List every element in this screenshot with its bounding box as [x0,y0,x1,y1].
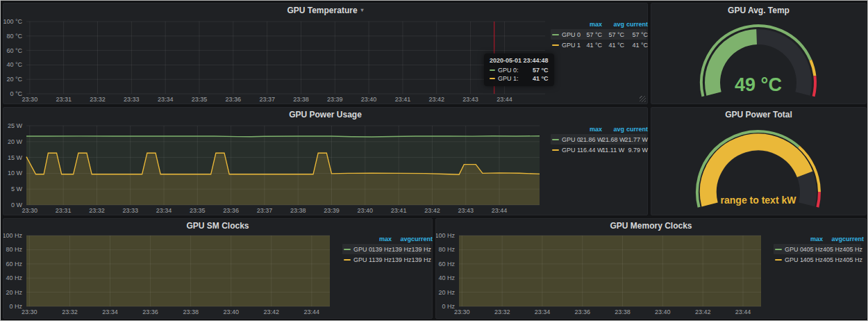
legend-header-current[interactable]: current [624,126,648,133]
y-axis-tick-label: 20 °C [6,76,22,83]
x-axis-tick-label: 23:43 [462,96,478,103]
legend-value: 41 °C [624,42,648,49]
x-axis-tick-label: 23:36 [223,207,239,214]
legend-header-avg[interactable]: avg [602,126,624,133]
legend-value: 139 Hz [411,256,431,263]
series-color-dash-icon [552,44,559,46]
x-axis-tick-label: 23:41 [391,207,407,214]
panel-title-gpu-avg-temp[interactable]: GPU Avg. Temp [651,3,866,17]
legend-header-current[interactable]: current [624,21,648,28]
legend-series-name: GPU 0 [785,246,803,253]
y-axis-tick-label: 0 Hz [9,303,22,310]
legend-row-gpu-1: GPU 141 °C41 °C41 °C [551,40,646,50]
gauge-threshold-1 [810,60,815,76]
chart-tooltip: 2020-05-01 23:44:48 GPU 0:57 °CGPU 1:41 … [484,54,554,86]
legend-series-toggle[interactable]: GPU 1 [552,42,580,49]
legend-series-name: GPU 0 [562,136,581,143]
panel-title-gpu-power-usage[interactable]: GPU Power Usage [3,108,647,122]
series-fill-GPU 1 [459,236,761,306]
panel-title-gpu-memory-clocks[interactable]: GPU Memory Clocks [436,219,866,233]
series-color-dash-icon [775,249,782,250]
gauge-canvas: 49 °C [651,3,866,104]
y-axis-tick-label: 60 Hz [438,261,455,268]
x-axis-tick-label: 23:33 [124,96,140,103]
gpu-power-usage-legend: maxavgcurrentGPU 021.86 W21.68 W21.77 WG… [551,124,646,155]
y-axis-tick-label: 60 Hz [6,261,22,268]
legend-header-max[interactable]: max [372,236,392,242]
y-axis-tick-label: 80 °C [6,33,22,40]
legend-value: 9.79 W [624,147,648,154]
gpu-power-total-gauge: range to text kW [651,108,866,215]
series-color-dash-icon [775,259,782,261]
legend-series-name: GPU 0 [562,31,581,38]
x-axis-tick-label: 23:44 [492,207,508,214]
x-axis-tick-label: 23:40 [358,207,374,214]
legend-value: 405 Hz [842,256,862,263]
series-color-dash-icon [344,259,351,261]
legend-header-max[interactable]: max [580,126,602,133]
legend-header-avg[interactable]: avg [392,236,411,242]
panel-resize-handle[interactable] [640,96,646,102]
legend-header-avg[interactable]: avg [823,236,842,242]
gauge-threshold-2 [817,192,819,207]
legend-header-current[interactable]: current [842,236,862,242]
legend-series-toggle[interactable]: GPU 0 [552,136,580,143]
gpu-avg-temp-gauge: 49 °C [651,3,866,104]
x-axis-tick-label: 23:34 [102,308,118,315]
x-axis-tick-label: 23:40 [223,308,239,315]
y-axis-tick-label: 25 W [8,122,23,129]
panel-title-text: GPU Power Total [725,110,792,120]
panel-gpu-temperature: GPU Temperature▾ 0 °C20 °C40 °C60 °C80 °… [3,3,648,104]
legend-header-current[interactable]: current [411,236,431,242]
series-color-dash-icon [552,149,559,151]
x-axis-tick-label: 23:36 [226,96,242,103]
panel-title-text: GPU Temperature [287,6,357,15]
panel-title-gpu-temperature[interactable]: GPU Temperature▾ [3,3,647,17]
legend-row-gpu-0: GPU 0139 Hz139 Hz139 Hz [342,244,430,254]
legend-series-toggle[interactable]: GPU 1 [775,256,803,263]
legend-value: 57 °C [602,31,624,38]
legend-series-name: GPU 1 [785,256,803,263]
x-axis-tick-label: 23:44 [735,308,751,315]
x-axis-tick-label: 23:31 [56,207,72,214]
legend-header-avg[interactable]: avg [602,21,624,28]
legend-header-max[interactable]: max [803,236,823,242]
x-axis-tick-label: 23:39 [327,96,343,103]
tooltip-series-value: 41 °C [526,75,549,82]
x-axis-tick-label: 23:43 [458,207,474,214]
x-axis-tick-label: 23:40 [361,96,377,103]
x-axis-tick-label: 23:32 [62,308,78,315]
panel-gpu-avg-temp: GPU Avg. Temp 49 °C [651,3,867,104]
x-axis-tick-label: 23:40 [655,308,671,315]
panel-gpu-memory-clocks: GPU Memory Clocks 0 Hz20 Hz40 Hz60 Hz80 … [435,218,867,319]
legend-value: 16.44 W [580,147,602,154]
y-axis-tick-label: 40 °C [6,61,22,68]
legend-row-gpu-1: GPU 1139 Hz139 Hz139 Hz [342,254,430,265]
x-axis-tick-label: 23:32 [90,96,106,103]
x-axis-tick-label: 23:39 [324,207,340,214]
y-axis-tick-label: 40 Hz [6,274,22,281]
tooltip-series-name: GPU 0: [498,67,519,74]
legend-header-max[interactable]: max [580,21,602,28]
panel-title-gpu-power-total[interactable]: GPU Power Total [651,108,866,122]
legend-series-toggle[interactable]: GPU 0 [775,246,803,253]
y-axis-tick-label: 20 Hz [6,289,22,296]
legend-series-toggle[interactable]: GPU 1 [552,147,580,154]
legend-value: 405 Hz [823,256,842,263]
chevron-down-icon: ▾ [361,7,364,13]
x-axis-tick-label: 23:37 [259,96,275,103]
y-axis-tick-label: 0 °C [10,90,22,97]
x-axis-tick-label: 23:44 [304,308,320,315]
x-axis-tick-label: 23:30 [22,308,37,315]
legend-row-gpu-1: GPU 1405 Hz405 Hz405 Hz [774,254,861,265]
legend-series-toggle[interactable]: GPU 0 [344,246,372,253]
legend-series-toggle[interactable]: GPU 1 [344,256,372,263]
gpu-sm-clocks-legend: maxavgcurrentGPU 0139 Hz139 Hz139 HzGPU … [342,233,430,265]
legend-series-name: GPU 1 [562,42,581,49]
x-axis-tick-label: 23:32 [89,207,105,214]
legend-value: 41 °C [602,42,624,49]
legend-series-toggle[interactable]: GPU 0 [552,31,580,38]
panel-title-gpu-sm-clocks[interactable]: GPU SM Clocks [3,219,432,233]
legend-value: 21.86 W [580,136,602,143]
legend-series-name: GPU 1 [562,147,581,154]
